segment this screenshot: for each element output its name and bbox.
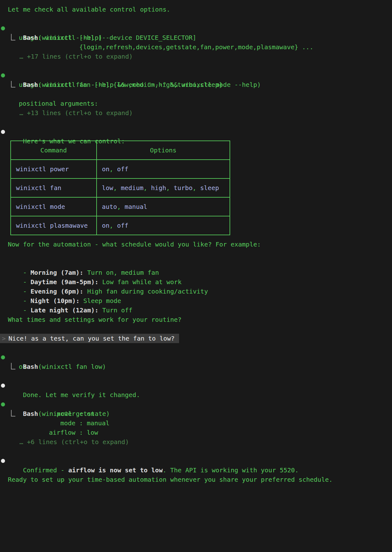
table-cell-command: winixctl plasmawave	[11, 216, 97, 235]
table-cell-command: winixctl power	[11, 160, 97, 178]
expand-hint: … +17 lines (ctrl+o to expand)	[19, 52, 392, 61]
assistant-message: Done. Let me verify it changed.	[8, 381, 392, 390]
terminal: Let me check all available control optio…	[0, 0, 392, 552]
assistant-message: Now for the automation - what schedule w…	[8, 240, 392, 249]
confirmed-prefix: Confirmed -	[23, 466, 68, 474]
tool-bullet-icon	[1, 355, 5, 359]
user-message: >Nice! as a test, can you set the fan to…	[0, 334, 392, 343]
expand-hint: … +13 lines (ctrl+o to expand)	[19, 108, 392, 118]
tool-command: (winixctl getstate)	[38, 410, 110, 417]
assistant-message: Confirmed - airflow is now set to low. T…	[8, 456, 392, 465]
dash-icon: -	[23, 306, 27, 314]
assistant-bullet-icon	[1, 130, 5, 134]
confirmed-bold: airflow is now set to low	[68, 466, 163, 474]
schedule-item: - Evening (6pm): High fan during cooking…	[8, 277, 392, 287]
schedule-item: - Daytime (9am-5pm): Low fan while at wo…	[8, 268, 392, 277]
tool-name: Bash	[23, 363, 38, 370]
table-row: winixctl power on, off	[11, 160, 230, 178]
user-prompt-icon: >	[2, 334, 6, 343]
tool-call: Bash(winixctl --help)	[8, 24, 392, 33]
user-message-box: >Nice! as a test, can you set the fan to…	[0, 334, 179, 343]
tool-name: Bash	[23, 34, 38, 41]
schedule-label: Late night (12am):	[30, 306, 98, 314]
control-heading: Here's what we can control:	[23, 137, 125, 145]
table-cell-command: winixctl mode	[11, 197, 97, 216]
schedule-item: - Night (10pm): Sleep mode	[8, 287, 392, 296]
tool-command: (winixctl --help)	[38, 34, 102, 41]
user-message-text: Nice! as a test, can you set the fan to …	[8, 334, 175, 343]
table-cell-options: on, off	[97, 216, 230, 235]
done-text: Done. Let me verify it changed.	[23, 391, 140, 399]
tool-name: Bash	[23, 410, 38, 417]
tool-command: (winixctl fan low)	[38, 363, 106, 370]
tool-call: Bash(winixctl fan low)	[8, 353, 392, 362]
table-cell-options: auto, manual	[97, 197, 230, 216]
assistant-message: What times and settings work for your ro…	[8, 315, 392, 324]
tool-name: Bash	[23, 81, 38, 88]
table-row: winixctl fan low, medium, high, turbo, s…	[11, 178, 230, 197]
assistant-message: Ready to set up your time-based automati…	[8, 475, 392, 484]
control-options-table: Command Options winixctl power on, off w…	[10, 141, 230, 235]
tool-command: (winixctl fan --help && echo "---" && wi…	[38, 81, 261, 88]
assistant-message: Here's what we can control:	[8, 127, 392, 136]
assistant-bullet-icon	[1, 459, 5, 463]
tool-bullet-icon	[1, 73, 5, 77]
tool-bullet-icon	[1, 26, 5, 30]
expand-hint: … +6 lines (ctrl+o to expand)	[19, 437, 392, 447]
schedule-value: Turn off	[102, 306, 132, 314]
schedule-item: - Morning (7am): Turn on, medium fan	[8, 258, 392, 268]
tool-bullet-icon	[1, 402, 5, 406]
confirmed-suffix: . The API is working with your 5520.	[163, 466, 299, 474]
tool-call: Bash(winixctl fan --help && echo "---" &…	[8, 71, 392, 80]
table-row: winixctl plasmawave on, off	[11, 216, 230, 235]
table-cell-options: low, medium, high, turbo, sleep	[97, 178, 230, 197]
table-row: winixctl mode auto, manual	[11, 197, 230, 216]
table-cell-command: winixctl fan	[11, 178, 97, 197]
table-cell-options: on, off	[97, 160, 230, 178]
assistant-bullet-icon	[1, 384, 5, 388]
assistant-message: Let me check all available control optio…	[8, 5, 392, 14]
schedule-item: - Late night (12am): Turn off	[8, 296, 392, 305]
tool-call: Bash(winixctl getstate)	[8, 400, 392, 409]
